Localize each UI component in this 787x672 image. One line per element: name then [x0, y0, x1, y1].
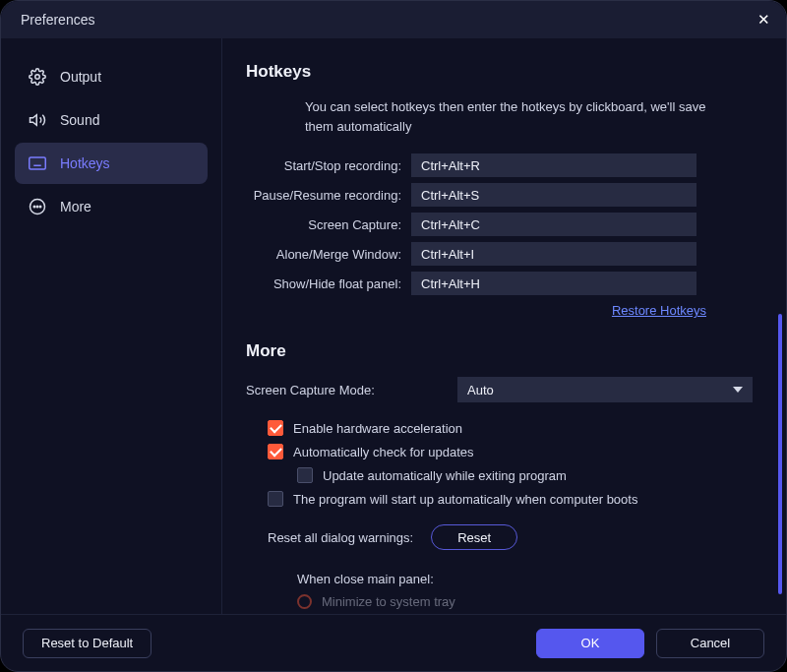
hotkey-row-float-panel: Show/Hide float panel: [246, 272, 753, 295]
close-button[interactable]: ✕ [753, 9, 774, 31]
hotkey-label: Alone/Merge Window: [246, 247, 411, 262]
radio-label: Minimize to system tray [322, 594, 455, 609]
svg-point-9 [33, 206, 35, 208]
sidebar-item-sound[interactable]: Sound [15, 99, 208, 141]
hotkey-input-screen-capture[interactable] [411, 213, 696, 236]
checkbox-update-on-exit[interactable] [297, 467, 313, 483]
hotkey-row-alone-merge: Alone/Merge Window: [246, 242, 753, 266]
svg-point-11 [39, 206, 41, 208]
speaker-icon [29, 111, 46, 129]
body: Output Sound Hotkeys More [1, 38, 786, 614]
option-label: Automatically check for updates [293, 445, 474, 459]
close-icon: ✕ [757, 11, 770, 29]
svg-point-0 [35, 75, 40, 80]
hotkeys-intro: You can select hotkeys then enter the ho… [305, 97, 718, 136]
sidebar-item-label: More [60, 199, 91, 214]
svg-marker-1 [30, 115, 37, 126]
close-panel-option-row: Minimize to system tray [297, 594, 753, 609]
more-heading: More [246, 341, 753, 361]
hotkey-row-start-stop: Start/Stop recording: [246, 153, 753, 177]
cancel-button[interactable]: Cancel [656, 629, 764, 658]
option-label: Enable hardware acceleration [293, 421, 462, 436]
option-autostart: The program will start up automatically … [268, 491, 753, 507]
reset-warnings-button[interactable]: Reset [431, 524, 517, 550]
reset-warnings-label: Reset all dialog warnings: [268, 530, 413, 545]
reset-default-button[interactable]: Reset to Default [23, 629, 151, 658]
option-auto-update: Automatically check for updates [268, 444, 753, 459]
sidebar-item-label: Sound [60, 112, 99, 128]
hotkey-label: Screen Capture: [246, 217, 411, 232]
hotkeys-heading: Hotkeys [246, 62, 753, 82]
sidebar-item-label: Output [60, 69, 101, 85]
main-scroll[interactable]: Hotkeys You can select hotkeys then ente… [222, 38, 776, 614]
hotkey-label: Show/Hide float panel: [246, 276, 411, 291]
restore-hotkeys-link[interactable]: Restore Hotkeys [612, 303, 706, 318]
window-title: Preferences [21, 12, 94, 28]
capture-mode-select[interactable]: Auto [457, 377, 753, 402]
reset-warnings-row: Reset all dialog warnings: Reset [268, 524, 753, 550]
sidebar-item-output[interactable]: Output [15, 56, 208, 97]
hotkey-label: Pause/Resume recording: [246, 188, 411, 203]
checkbox-autostart[interactable] [268, 491, 283, 507]
hotkey-input-alone-merge[interactable] [411, 242, 696, 266]
hotkey-input-pause-resume[interactable] [411, 183, 696, 207]
checkbox-auto-update[interactable] [268, 444, 283, 459]
gear-icon [29, 68, 46, 86]
checkbox-hw-accel[interactable] [268, 420, 283, 436]
preferences-window: Preferences ✕ Output Sound [0, 0, 787, 672]
sidebar: Output Sound Hotkeys More [1, 38, 222, 614]
capture-mode-row: Screen Capture Mode: Auto [246, 377, 753, 402]
svg-rect-2 [30, 157, 46, 169]
svg-point-10 [36, 206, 38, 208]
sidebar-item-more[interactable]: More [15, 186, 208, 227]
option-label: The program will start up automatically … [293, 492, 637, 507]
hotkey-input-float-panel[interactable] [411, 272, 696, 295]
keyboard-icon [29, 154, 46, 172]
hotkey-row-pause-resume: Pause/Resume recording: [246, 183, 753, 207]
option-update-on-exit: Update automatically while exiting progr… [297, 467, 753, 483]
ok-button[interactable]: OK [536, 629, 644, 658]
hotkey-label: Start/Stop recording: [246, 158, 411, 173]
capture-mode-label: Screen Capture Mode: [246, 383, 457, 397]
capture-mode-value: Auto [467, 383, 494, 397]
hotkey-input-start-stop[interactable] [411, 153, 696, 177]
scrollbar[interactable] [778, 314, 782, 594]
hotkey-row-screen-capture: Screen Capture: [246, 213, 753, 236]
close-panel-label: When close main panel: [297, 572, 753, 586]
sidebar-item-hotkeys[interactable]: Hotkeys [15, 143, 208, 184]
radio-minimize-tray[interactable] [297, 594, 312, 609]
option-hw-accel: Enable hardware acceleration [268, 420, 753, 436]
footer: Reset to Default OK Cancel [1, 614, 786, 671]
chevron-down-icon [733, 387, 743, 393]
sidebar-item-label: Hotkeys [60, 155, 110, 171]
more-icon [29, 198, 46, 215]
main-panel: Hotkeys You can select hotkeys then ente… [222, 38, 786, 614]
option-label: Update automatically while exiting progr… [323, 468, 567, 483]
titlebar: Preferences ✕ [1, 1, 786, 38]
